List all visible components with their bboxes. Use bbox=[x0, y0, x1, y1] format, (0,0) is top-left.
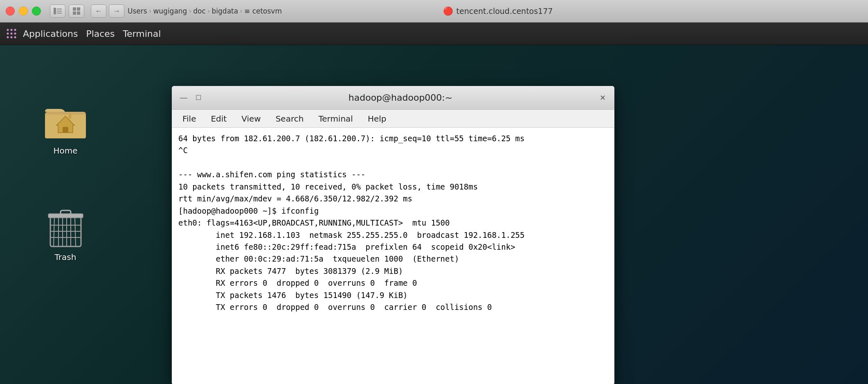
nav-buttons: ← → bbox=[88, 5, 128, 18]
sidebar-toggle-button[interactable] bbox=[50, 5, 65, 18]
macos-topbar: ← → Users › wugigang › doc › bigdata › ≡… bbox=[0, 0, 868, 23]
svg-point-17 bbox=[7, 29, 9, 31]
applications-label[interactable]: Applications bbox=[19, 27, 82, 41]
terminal-label[interactable]: Terminal bbox=[119, 27, 165, 41]
svg-rect-12 bbox=[57, 13, 62, 14]
svg-rect-29 bbox=[63, 127, 68, 133]
trash-icon[interactable]: Trash bbox=[41, 205, 90, 262]
menu-help[interactable]: Help bbox=[361, 111, 393, 126]
svg-rect-16 bbox=[77, 11, 80, 15]
svg-rect-11 bbox=[57, 11, 62, 11]
svg-point-22 bbox=[14, 33, 16, 35]
window-titlebar-center: 🔴 tencent.cloud.centos177 bbox=[374, 6, 621, 16]
menu-edit[interactable]: Edit bbox=[204, 111, 233, 126]
window-close-area: ✕ bbox=[597, 93, 608, 103]
svg-point-23 bbox=[7, 36, 9, 38]
places-label[interactable]: Places bbox=[82, 27, 119, 41]
toolbar-area bbox=[47, 5, 88, 18]
home-folder-icon[interactable]: Home bbox=[41, 98, 90, 156]
terminal-close-btn[interactable]: ✕ bbox=[597, 93, 608, 103]
terminal-menubar: File Edit View Search Terminal Help bbox=[172, 110, 614, 128]
apps-grid-icon bbox=[6, 28, 17, 39]
folder-svg bbox=[43, 102, 88, 140]
svg-rect-9 bbox=[54, 8, 56, 14]
trash-label: Trash bbox=[55, 252, 76, 262]
traffic-lights-area bbox=[0, 7, 47, 16]
svg-rect-10 bbox=[57, 9, 62, 9]
svg-rect-30 bbox=[69, 114, 71, 119]
window-title-text: tencent.cloud.centos177 bbox=[456, 7, 553, 16]
window-titlebar: — ☐ hadoop@hadoop000:~ ✕ bbox=[172, 86, 614, 110]
close-button[interactable] bbox=[6, 7, 15, 16]
menu-search[interactable]: Search bbox=[269, 111, 310, 126]
menu-file[interactable]: File bbox=[176, 111, 202, 126]
trash-svg bbox=[46, 205, 85, 250]
svg-rect-14 bbox=[77, 7, 80, 11]
svg-point-19 bbox=[14, 29, 16, 31]
breadcrumb: Users › wugigang › doc › bigdata › ≡ cet… bbox=[128, 7, 374, 15]
svg-point-25 bbox=[14, 36, 16, 38]
window-traffic-lights: — ☐ bbox=[178, 93, 204, 103]
menu-view[interactable]: View bbox=[235, 111, 267, 126]
svg-point-24 bbox=[11, 36, 13, 38]
maximize-button[interactable] bbox=[32, 7, 41, 16]
terminal-title: hadoop@hadoop000:~ bbox=[204, 93, 597, 103]
terminal-window: — ☐ hadoop@hadoop000:~ ✕ File Edit View … bbox=[172, 86, 614, 384]
grid-view-button[interactable] bbox=[69, 5, 84, 18]
grid-icon bbox=[73, 7, 80, 15]
svg-point-20 bbox=[7, 33, 9, 35]
svg-rect-15 bbox=[73, 11, 76, 15]
svg-rect-42 bbox=[61, 210, 71, 215]
forward-button[interactable]: → bbox=[109, 5, 124, 18]
home-label: Home bbox=[53, 146, 77, 156]
menu-terminal[interactable]: Terminal bbox=[312, 111, 360, 126]
minimize-button[interactable] bbox=[19, 7, 28, 16]
svg-rect-13 bbox=[73, 7, 76, 11]
tencent-cloud-icon: 🔴 bbox=[443, 6, 453, 16]
terminal-restore-btn[interactable]: ☐ bbox=[193, 93, 204, 103]
sidebar-icon bbox=[54, 8, 62, 14]
gnome-app-panel: Applications Places Terminal bbox=[0, 23, 868, 45]
terminal-minimize-btn[interactable]: — bbox=[178, 93, 189, 103]
back-button[interactable]: ← bbox=[91, 5, 106, 18]
svg-point-18 bbox=[11, 29, 13, 31]
svg-point-21 bbox=[11, 33, 13, 35]
terminal-output[interactable]: 64 bytes from 182.61.200.7 (182.61.200.7… bbox=[172, 128, 614, 384]
